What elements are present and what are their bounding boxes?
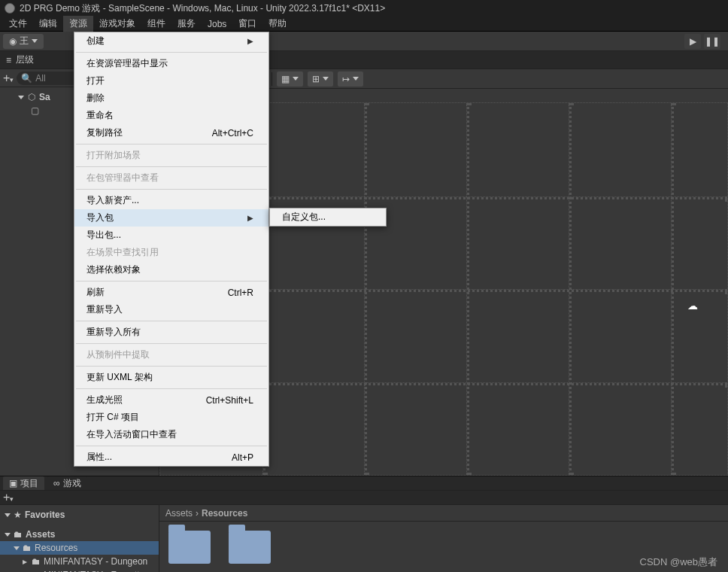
assets-context-menu: 创建▶在资源管理器中显示打开删除重命名复制路径Alt+Ctrl+C打开附加场景在… (74, 32, 269, 467)
chevron-right-icon: › (196, 508, 199, 519)
menu-item-23: 从预制件中提取 (74, 346, 268, 364)
menu-component[interactable]: 组件 (141, 16, 171, 32)
expand-arrow-icon[interactable]: ▸ (23, 556, 29, 567)
user-icon: ◉ (9, 36, 17, 47)
project-panel: ▣ 项目 ∞ 游戏 +▾ ★ Favorites 🖿 Assets 🖿 (0, 476, 728, 572)
assets-folder-row[interactable]: 🖿 Assets (0, 528, 159, 541)
gameobject-icon: ▢ (30, 106, 39, 115)
breadcrumb-part-1[interactable]: Resources (202, 508, 247, 519)
menu-services[interactable]: 服务 (171, 16, 202, 32)
folder-icon: 🖿 (32, 556, 41, 567)
menu-item-21[interactable]: 重新导入所有 (74, 324, 268, 341)
menu-item-12[interactable]: 导入新资产... (74, 192, 268, 209)
play-controls: ▶ ❚❚ (684, 34, 720, 49)
add-gameobject-button[interactable]: +▾ (3, 72, 14, 85)
folder-thumbnail[interactable] (168, 531, 211, 564)
tab-game[interactable]: ∞ 游戏 (47, 476, 87, 490)
menu-window[interactable]: 窗口 (232, 16, 262, 32)
folder-icon: 🖿 (23, 543, 32, 553)
cloud-gizmo-icon: ☁ (687, 300, 698, 312)
menu-separator (76, 343, 267, 344)
resources-folder-row[interactable]: 🖿 Resources (0, 541, 159, 555)
menu-item-8: 打开附加场景 (74, 147, 268, 164)
chevron-down-icon (323, 77, 329, 81)
menu-assets[interactable]: 资源 (63, 16, 93, 32)
menu-item-4[interactable]: 删除 (74, 90, 268, 107)
submenu-arrow-icon: ▶ (247, 214, 253, 222)
app-icon (5, 3, 15, 14)
snap-button[interactable]: ⊞ (308, 72, 333, 87)
user-label: 王 (20, 35, 29, 47)
breadcrumb-part-0[interactable]: Assets (165, 508, 193, 519)
subfolder-row-2[interactable]: ▸ 🖿 MINIFANTASY - Forgotte (0, 568, 159, 572)
breadcrumb: Assets › Resources (159, 505, 728, 522)
menu-separator (76, 388, 267, 389)
expand-arrow-icon[interactable] (14, 546, 20, 550)
menu-item-15: 在场景中查找引用 (74, 244, 268, 261)
menu-file[interactable]: 文件 (3, 16, 33, 32)
menu-item-28[interactable]: 打开 C# 项目 (74, 409, 268, 426)
menu-item-13[interactable]: 导入包▶ (74, 209, 268, 227)
folder-thumbnail[interactable] (229, 531, 271, 564)
menu-separator (76, 321, 267, 321)
menu-item-3[interactable]: 打开 (74, 72, 268, 90)
grid-snap-dropdown[interactable]: ▦ (277, 72, 303, 87)
search-icon: 🔍 (21, 73, 32, 84)
chevron-down-icon (32, 39, 38, 43)
menu-separator (76, 446, 267, 446)
menu-separator (76, 281, 267, 281)
subfolder-row-1[interactable]: ▸ 🖿 MINIFANTASY - Dungeon (0, 555, 159, 568)
chevron-down-icon (353, 77, 359, 81)
submenu-arrow-icon: ▶ (247, 37, 253, 45)
menu-separator (76, 366, 267, 367)
menu-separator (76, 52, 267, 53)
gamepad-icon: ∞ (53, 478, 60, 488)
add-asset-button[interactable]: +▾ (3, 491, 14, 504)
play-button[interactable]: ▶ (684, 34, 701, 49)
menu-item-14[interactable]: 导出包... (74, 227, 268, 244)
ruler-icon: ↦ (342, 74, 350, 84)
menu-item-25[interactable]: 更新 UXML 架构 (74, 369, 268, 386)
project-folder-tree: ★ Favorites 🖿 Assets 🖿 Resources ▸ 🖿 MIN… (0, 505, 159, 572)
expand-arrow-icon[interactable] (5, 513, 11, 517)
menu-edit[interactable]: 编辑 (33, 16, 63, 32)
window-title: 2D PRG Demo 游戏 - SampleScene - Windows, … (20, 2, 385, 15)
menu-item-31[interactable]: 属性...Alt+P (74, 449, 268, 466)
menu-item-0[interactable]: 创建▶ (74, 32, 268, 50)
pause-button[interactable]: ❚❚ (704, 34, 720, 49)
menu-item-18[interactable]: 刷新Ctrl+R (74, 284, 268, 301)
project-tabs: ▣ 项目 ∞ 游戏 (0, 476, 728, 491)
project-toolbar: +▾ (0, 491, 728, 505)
menu-item-29[interactable]: 在导入活动窗口中查看 (74, 426, 268, 443)
menu-item-19[interactable]: 重新导入 (74, 301, 268, 318)
menu-item-2[interactable]: 在资源管理器中显示 (74, 55, 268, 72)
increment-button[interactable]: ↦ (338, 72, 363, 87)
expand-arrow-icon[interactable] (5, 533, 11, 537)
window-titlebar: 2D PRG Demo 游戏 - SampleScene - Windows, … (0, 0, 728, 17)
menu-item-10: 在包管理器中查看 (74, 169, 268, 187)
menubar: 文件 编辑 资源 游戏对象 组件 服务 Jobs 窗口 帮助 (0, 17, 728, 32)
menu-separator (76, 144, 267, 145)
menu-item-5[interactable]: 重命名 (74, 107, 268, 124)
menu-item-custom-package[interactable]: 自定义包... (270, 208, 386, 226)
menu-help[interactable]: 帮助 (262, 16, 293, 32)
menu-item-27[interactable]: 生成光照Ctrl+Shift+L (74, 391, 268, 409)
project-body: ★ Favorites 🖿 Assets 🖿 Resources ▸ 🖿 MIN… (0, 505, 728, 572)
folder-stack-icon: ▣ (9, 478, 17, 488)
menu-item-6[interactable]: 复制路径Alt+Ctrl+C (74, 124, 268, 141)
hierarchy-icon: ≡ (6, 55, 11, 65)
menu-item-16[interactable]: 选择依赖对象 (74, 261, 268, 278)
folder-icon: 🖿 (14, 529, 23, 540)
search-placeholder: All (35, 73, 45, 84)
expand-arrow-icon[interactable] (18, 96, 24, 99)
watermark: CSDN @web愚者 (640, 555, 718, 569)
account-dropdown[interactable]: ◉ 王 (3, 34, 44, 49)
unity-scene-icon: ⬡ (27, 93, 36, 102)
snap-icon: ⊞ (312, 74, 320, 84)
menu-jobs[interactable]: Jobs (202, 17, 232, 31)
favorites-row[interactable]: ★ Favorites (0, 508, 159, 522)
chevron-down-icon (293, 77, 299, 81)
tab-project[interactable]: ▣ 项目 (3, 476, 44, 490)
grid-icon: ▦ (281, 74, 290, 84)
menu-gameobject[interactable]: 游戏对象 (93, 16, 141, 32)
